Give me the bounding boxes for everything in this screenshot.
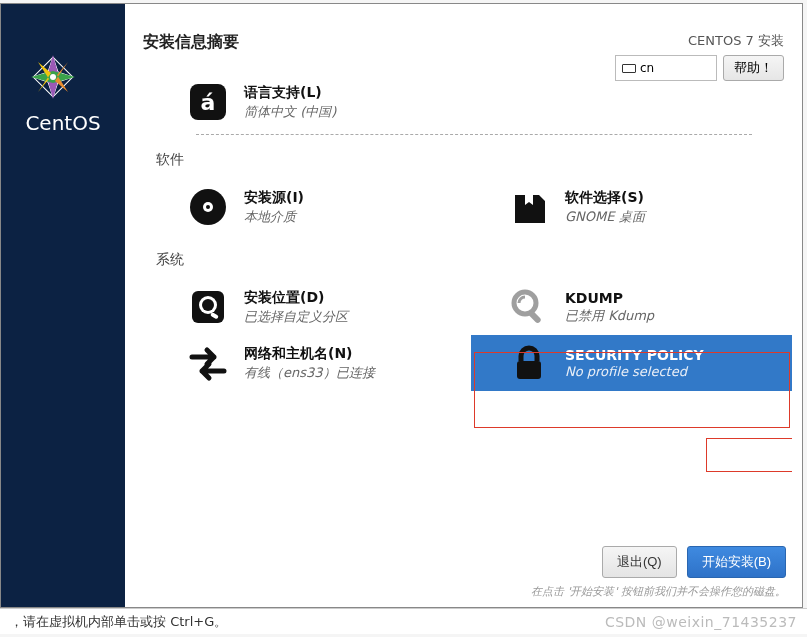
page-title: 安装信息摘要 xyxy=(143,32,615,53)
svg-rect-13 xyxy=(517,361,541,379)
lock-icon xyxy=(507,341,551,385)
section-software: 软件 xyxy=(156,151,792,169)
spoke-title: 网络和主机名(N) xyxy=(244,345,375,363)
magnifier-icon xyxy=(507,285,551,329)
svg-point-1 xyxy=(50,74,56,80)
svg-point-9 xyxy=(202,299,214,311)
spoke-kdump[interactable]: KDUMP 已禁用 Kdump xyxy=(471,279,792,335)
content-scroll: á 语言支持(L) 简体中文 (中国) 软件 安装源(I) xyxy=(150,74,792,532)
svg-point-11 xyxy=(514,292,536,314)
spoke-subtitle: 有线（ens33）已连接 xyxy=(244,364,375,382)
network-arrows-icon xyxy=(186,341,230,385)
section-system: 系统 xyxy=(156,251,792,269)
package-icon xyxy=(507,185,551,229)
brand-text: CentOS xyxy=(25,111,100,135)
spoke-installation-source[interactable]: 安装源(I) 本地介质 xyxy=(150,179,471,235)
watermark: CSDN @weixin_71435237 xyxy=(605,614,797,630)
spoke-subtitle: 已选择自定义分区 xyxy=(244,308,348,326)
vm-hint: ，请在虚拟机内部单击或按 Ctrl+G。 xyxy=(10,613,227,631)
spoke-title: 安装源(I) xyxy=(244,189,304,207)
spoke-network-hostname[interactable]: 网络和主机名(N) 有线（ens33）已连接 xyxy=(150,335,471,391)
language-icon: á xyxy=(186,80,230,124)
harddisk-icon xyxy=(186,285,230,329)
centos-logo: CentOS xyxy=(25,49,100,135)
divider xyxy=(196,134,752,135)
spoke-language-support[interactable]: á 语言支持(L) 简体中文 (中国) xyxy=(150,74,471,130)
distro-label: CENTOS 7 安装 xyxy=(688,32,784,50)
spoke-subtitle: No profile selected xyxy=(565,364,704,379)
keyboard-icon xyxy=(622,64,636,73)
keyboard-layout-label: cn xyxy=(640,61,654,75)
footer: 退出(Q) 开始安装(B) 在点击 '开始安装' 按钮前我们并不会操作您的磁盘。 xyxy=(141,546,786,599)
spoke-title: 安装位置(D) xyxy=(244,289,348,307)
spoke-subtitle: 简体中文 (中国) xyxy=(244,103,336,121)
header: 安装信息摘要 CENTOS 7 安装 cn 帮助！ xyxy=(143,4,784,64)
begin-install-button[interactable]: 开始安装(B) xyxy=(687,546,786,578)
footer-note: 在点击 '开始安装' 按钮前我们并不会操作您的磁盘。 xyxy=(141,584,786,599)
spoke-installation-destination[interactable]: 安装位置(D) 已选择自定义分区 xyxy=(150,279,471,335)
spoke-title: 语言支持(L) xyxy=(244,84,336,102)
disc-icon xyxy=(186,185,230,229)
spoke-title: KDUMP xyxy=(565,290,654,306)
quit-button[interactable]: 退出(Q) xyxy=(602,546,677,578)
vm-statusbar: ，请在虚拟机内部单击或按 Ctrl+G。 CSDN @weixin_714352… xyxy=(0,608,807,634)
spoke-software-selection[interactable]: 软件选择(S) GNOME 桌面 xyxy=(471,179,792,235)
svg-point-6 xyxy=(206,205,210,209)
spoke-title: SECURITY POLICY xyxy=(565,347,704,363)
spoke-subtitle: 本地介质 xyxy=(244,208,304,226)
spoke-subtitle: GNOME 桌面 xyxy=(565,208,645,226)
svg-text:á: á xyxy=(201,90,216,115)
sidebar: CentOS xyxy=(1,4,125,607)
spoke-security-policy[interactable]: SECURITY POLICY No profile selected xyxy=(471,335,792,391)
spoke-title: 软件选择(S) xyxy=(565,189,645,207)
spoke-subtitle: 已禁用 Kdump xyxy=(565,307,654,325)
annotation-highlight xyxy=(706,438,792,472)
